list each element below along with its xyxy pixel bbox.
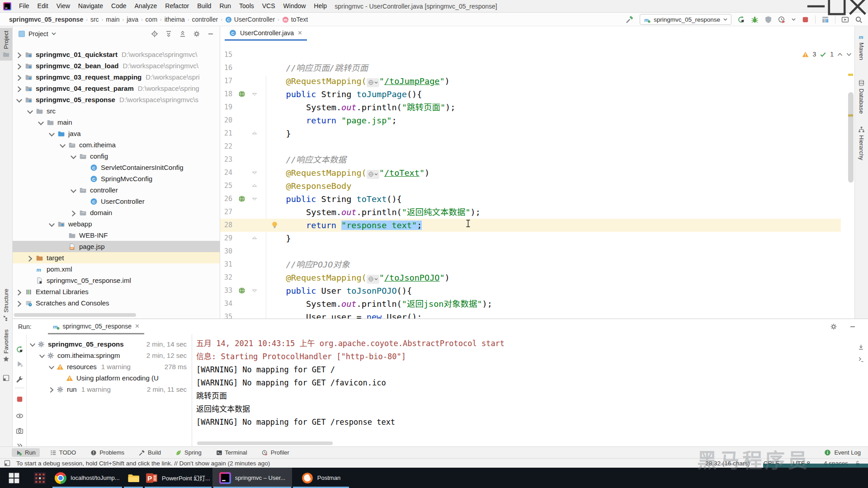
tree-item-pom-xml[interactable]: mpom.xml xyxy=(13,263,220,275)
tree-chevron[interactable] xyxy=(48,131,56,137)
breadcrumb-item-controller[interactable]: controller xyxy=(191,16,219,23)
clear-console-icon[interactable] xyxy=(858,356,864,363)
taskbar-powerpoint--button[interactable]: PPowerPoint 幻灯... xyxy=(144,468,212,488)
line-number[interactable]: 20 xyxy=(220,114,232,127)
chevron-down-icon[interactable] xyxy=(52,32,56,36)
toolwin-icon[interactable] xyxy=(3,375,9,381)
code-line-22[interactable]: 22 xyxy=(220,140,841,153)
tree-chevron[interactable] xyxy=(59,142,66,148)
code-line-21[interactable]: 21 } xyxy=(220,127,841,140)
fold-marker-icon[interactable] xyxy=(251,235,258,241)
close-button[interactable] xyxy=(847,0,868,13)
line-number[interactable]: 18 xyxy=(220,88,232,101)
toolwindow-button-problems[interactable]: Problems xyxy=(86,448,128,457)
url-inlay-hint[interactable] xyxy=(367,170,379,179)
url-inlay-hint[interactable] xyxy=(367,78,379,87)
code-line-23[interactable]: 23 //响应文本数据 xyxy=(220,153,841,166)
tree-item-springmvc-03-request-mapping[interactable]: springmvc_03_request_mappingD:\workspace… xyxy=(13,71,220,83)
debug-icon[interactable] xyxy=(751,16,759,23)
tree-chevron[interactable] xyxy=(48,364,55,370)
run-tree-item-resources[interactable]: resources1 warning278 ms xyxy=(27,361,191,372)
line-number[interactable]: 30 xyxy=(220,245,232,258)
toolwindow-button-terminal[interactable]: Terminal xyxy=(212,448,251,457)
tree-chevron[interactable] xyxy=(26,108,34,114)
status-message[interactable]: To start a debug session, hold Ctrl+Shif… xyxy=(16,460,270,467)
toolwindow-button-todo[interactable]: TODO xyxy=(46,448,80,457)
tree-item-page-jsp[interactable]: JSPpage.jsp xyxy=(13,241,220,252)
intention-bulb-icon[interactable] xyxy=(271,221,278,229)
run-tree-item-com-itheima-springm[interactable]: com.itheima:springm2 min, 12 sec xyxy=(27,350,191,361)
line-number[interactable]: 33 xyxy=(220,284,232,297)
caret-position[interactable]: 28:32 (16 chars) xyxy=(705,460,750,467)
run-anything-icon[interactable] xyxy=(841,16,849,23)
tree-item-springmvc-02-bean-load[interactable]: springmvc_02_bean_loadD:\workspace\sprin… xyxy=(13,60,220,71)
close-tab-icon[interactable] xyxy=(297,30,302,35)
line-number[interactable]: 23 xyxy=(220,153,232,166)
line-number[interactable]: 31 xyxy=(220,258,232,271)
hide-panel-icon[interactable] xyxy=(207,30,214,38)
tree-item-controller[interactable]: controller xyxy=(13,184,220,196)
maximize-button[interactable] xyxy=(826,0,847,13)
scroll-to-end-icon[interactable] xyxy=(858,344,864,351)
menu-refactor[interactable]: Refactor xyxy=(161,0,193,13)
tree-item-servletcontainersinitconfig[interactable]: CServletContainersInitConfig xyxy=(13,162,220,173)
stop-icon[interactable] xyxy=(802,16,809,23)
tree-chevron[interactable] xyxy=(38,352,46,358)
code-line-35[interactable]: 35 User user = new User(); xyxy=(220,310,841,319)
line-number[interactable]: 17 xyxy=(220,75,232,88)
camera-icon[interactable] xyxy=(16,427,24,435)
tree-item-java[interactable]: java xyxy=(13,128,220,139)
code-line-17[interactable]: 17 @RequestMapping("/toJumpPage") xyxy=(220,75,841,88)
menu-file[interactable]: File xyxy=(15,0,33,13)
tree-chevron[interactable] xyxy=(15,74,23,80)
request-mapping-gutter-icon[interactable] xyxy=(238,287,245,294)
tree-chevron[interactable] xyxy=(26,255,34,261)
tree-item-springmvc-05-response-iml[interactable]: springmvc_05_response.iml xyxy=(13,275,220,286)
fold-marker-icon[interactable] xyxy=(251,169,258,176)
menu-analyze[interactable]: Analyze xyxy=(131,0,161,13)
tree-chevron[interactable] xyxy=(15,289,23,295)
taskbar-postman-button[interactable]: Postman xyxy=(292,468,350,488)
stop-icon[interactable] xyxy=(16,395,24,403)
code-line-24[interactable]: 24 @RequestMapping("/toText") xyxy=(220,166,841,179)
minimize-button[interactable] xyxy=(806,0,826,13)
menu-navigate[interactable]: Navigate xyxy=(74,0,107,13)
breadcrumb-item-usercontroller[interactable]: CUserController xyxy=(224,16,276,23)
warning-stripe-mark[interactable] xyxy=(848,74,853,76)
project-hscrollbar[interactable] xyxy=(14,313,136,317)
toolwindow-button-build[interactable]: Build xyxy=(135,448,165,457)
code-line-26[interactable]: 26 public String toText(){ xyxy=(220,192,841,206)
toolwindow-button-profiler[interactable]: Profiler xyxy=(258,448,293,457)
breadcrumb-item-src[interactable]: src xyxy=(90,16,100,23)
fold-marker-icon[interactable] xyxy=(251,130,258,136)
tree-chevron[interactable] xyxy=(48,386,55,392)
tree-item-usercontroller[interactable]: CUserController xyxy=(13,196,220,207)
line-number[interactable]: 32 xyxy=(220,271,232,284)
breadcrumb-item-java[interactable]: java xyxy=(126,16,139,23)
tree-chevron[interactable] xyxy=(29,341,36,347)
profiler-icon[interactable] xyxy=(778,16,786,23)
event-log-button[interactable]: Event Log xyxy=(824,449,861,456)
run-tree-item-using-platform-encoding-u[interactable]: Using platform encoding (U xyxy=(27,372,191,384)
taskbar-springmvc-user--button[interactable]: springmvc – User... xyxy=(212,468,292,488)
tree-chevron[interactable] xyxy=(15,97,23,103)
run-console[interactable]: 五月 14, 2021 10:43:15 上午 org.apache.coyot… xyxy=(196,334,859,446)
code-line-34[interactable]: 34 System.out.println("返回json对象数据"); xyxy=(220,297,841,310)
tree-item-webapp[interactable]: webapp xyxy=(13,218,220,230)
line-number[interactable]: 21 xyxy=(220,127,232,140)
code-line-32[interactable]: 32 @RequestMapping("/toJsonPOJO") xyxy=(220,271,841,284)
line-number[interactable]: 27 xyxy=(220,206,232,219)
scrollbar-thumb[interactable] xyxy=(848,92,854,183)
tree-item-com-itheima[interactable]: com.itheima xyxy=(13,139,220,150)
taskbar-app-grid-button[interactable] xyxy=(28,468,52,488)
breadcrumb-item-main[interactable]: main xyxy=(105,16,120,23)
editor-tab-usercontroller[interactable]: C UserController.java xyxy=(225,26,307,41)
fold-marker-icon[interactable] xyxy=(251,287,258,294)
tree-chevron[interactable] xyxy=(48,221,56,227)
line-number[interactable]: 19 xyxy=(220,101,232,114)
eye-icon[interactable] xyxy=(16,412,24,420)
tree-item-springmvc-04-request-param[interactable]: springmvc_04_request_paramD:\workspace\s… xyxy=(13,83,220,94)
line-number[interactable]: 25 xyxy=(220,179,232,192)
chevron-down-icon[interactable] xyxy=(792,18,796,21)
sidebar-tab-hierarchy[interactable]: Hierarchy xyxy=(855,123,868,163)
